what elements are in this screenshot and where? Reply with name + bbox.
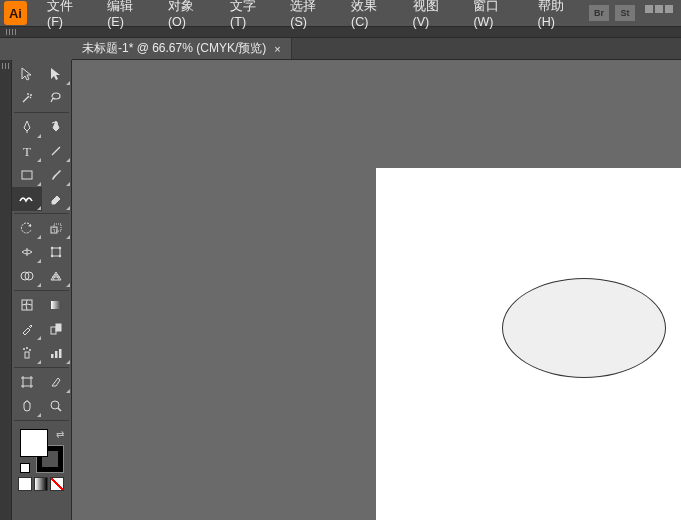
toolbox-grip-col[interactable] <box>0 60 12 520</box>
svg-point-20 <box>29 349 31 351</box>
type-tool[interactable]: T <box>12 139 42 163</box>
gradient-mode-icon[interactable] <box>34 477 48 491</box>
ellipse-shape[interactable] <box>502 278 666 378</box>
eyedropper-tool[interactable] <box>12 317 42 341</box>
hand-tool[interactable] <box>12 394 42 418</box>
svg-point-18 <box>23 348 25 350</box>
scale-tool[interactable] <box>42 216 72 240</box>
free-transform-tool[interactable] <box>42 240 72 264</box>
lasso-tool[interactable] <box>42 86 72 110</box>
svg-point-7 <box>51 247 53 249</box>
menubar: Ai 文件(F) 编辑(E) 对象(O) 文字(T) 选择(S) 效果(C) 视… <box>0 0 681 26</box>
menu-select[interactable]: 选择(S) <box>280 0 341 33</box>
fill-swatch[interactable] <box>20 429 48 457</box>
svg-point-9 <box>51 255 53 257</box>
menu-view[interactable]: 视图(V) <box>403 0 464 33</box>
curvature-tool[interactable] <box>42 115 72 139</box>
svg-line-26 <box>58 408 61 411</box>
mesh-tool[interactable] <box>12 293 42 317</box>
shaper-tool[interactable] <box>12 187 42 211</box>
svg-rect-16 <box>56 324 61 331</box>
slice-tool[interactable] <box>42 370 72 394</box>
default-fill-stroke-icon[interactable] <box>20 463 30 473</box>
toolbox: T <box>12 60 72 520</box>
shape-builder-tool[interactable] <box>12 264 42 288</box>
pen-tool[interactable] <box>12 115 42 139</box>
document-tab-title: 未标题-1* @ 66.67% (CMYK/预览) <box>82 40 266 57</box>
svg-point-19 <box>26 347 28 349</box>
swap-fill-stroke-icon[interactable]: ⇄ <box>56 429 64 440</box>
menu-window[interactable]: 窗口(W) <box>463 0 527 33</box>
document-tabbar: 未标题-1* @ 66.67% (CMYK/预览) × <box>72 38 681 60</box>
canvas-area[interactable] <box>72 60 681 520</box>
svg-rect-21 <box>51 354 54 358</box>
bridge-button[interactable]: Br <box>589 5 609 21</box>
menu-effect[interactable]: 效果(C) <box>341 0 402 33</box>
app-logo[interactable]: Ai <box>4 1 27 25</box>
svg-rect-14 <box>51 301 61 309</box>
workspace-switchers: Br St <box>589 5 681 21</box>
magic-wand-tool[interactable] <box>12 86 42 110</box>
svg-point-10 <box>59 255 61 257</box>
symbol-sprayer-tool[interactable] <box>12 341 42 365</box>
svg-text:T: T <box>23 144 31 158</box>
selection-tool[interactable] <box>12 62 42 86</box>
paintbrush-tool[interactable] <box>42 163 72 187</box>
menu-edit[interactable]: 编辑(E) <box>97 0 158 33</box>
menu-file[interactable]: 文件(F) <box>37 0 97 33</box>
eraser-tool[interactable] <box>42 187 72 211</box>
close-tab-icon[interactable]: × <box>274 43 280 55</box>
blend-tool[interactable] <box>42 317 72 341</box>
direct-selection-tool[interactable] <box>42 62 72 86</box>
line-segment-tool[interactable] <box>42 139 72 163</box>
menu-help[interactable]: 帮助(H) <box>528 0 589 33</box>
artboard-tool[interactable] <box>12 370 42 394</box>
column-graph-tool[interactable] <box>42 341 72 365</box>
stock-button[interactable]: St <box>615 5 635 21</box>
fill-stroke-swatch[interactable]: ⇄ <box>20 429 64 473</box>
menu-object[interactable]: 对象(O) <box>158 0 220 33</box>
workarea: T <box>0 60 681 520</box>
rotate-tool[interactable] <box>12 216 42 240</box>
svg-rect-6 <box>52 248 60 256</box>
svg-rect-17 <box>25 352 29 358</box>
zoom-tool[interactable] <box>42 394 72 418</box>
svg-rect-22 <box>55 351 58 358</box>
document-tab[interactable]: 未标题-1* @ 66.67% (CMYK/预览) × <box>72 38 292 59</box>
width-tool[interactable] <box>12 240 42 264</box>
color-swatches: ⇄ <box>12 423 71 495</box>
svg-line-1 <box>52 147 60 155</box>
color-mode-icon[interactable] <box>18 477 32 491</box>
svg-point-25 <box>51 401 59 409</box>
arrange-icon[interactable] <box>645 5 675 21</box>
rectangle-tool[interactable] <box>12 163 42 187</box>
svg-rect-2 <box>22 171 32 179</box>
svg-rect-23 <box>59 349 62 358</box>
gradient-tool[interactable] <box>42 293 72 317</box>
svg-rect-24 <box>23 378 31 386</box>
menu-type[interactable]: 文字(T) <box>220 0 280 33</box>
perspective-grid-tool[interactable] <box>42 264 72 288</box>
svg-point-8 <box>59 247 61 249</box>
svg-rect-15 <box>51 327 56 334</box>
none-mode-icon[interactable] <box>50 477 64 491</box>
